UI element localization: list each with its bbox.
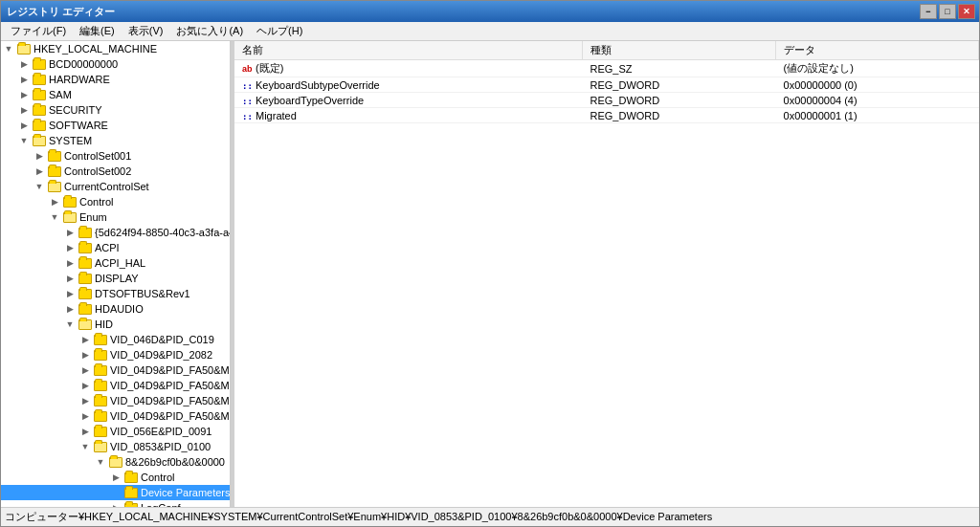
- expand-icon[interactable]: ▶: [62, 225, 78, 240]
- registry-tree[interactable]: ▼HKEY_LOCAL_MACHINE▶BCD00000000▶HARDWARE…: [1, 41, 231, 507]
- node-label: VID_0853&PID_0100: [110, 441, 211, 452]
- expand-icon[interactable]: ▶: [32, 164, 47, 179]
- tree-node-logconf[interactable]: ▶LogConf: [1, 500, 230, 507]
- collapse-icon[interactable]: ▼: [93, 454, 108, 470]
- tree-node-vid046d_c019[interactable]: ▶VID_046D&PID_C019: [1, 332, 230, 347]
- tree-node-hklm[interactable]: ▼HKEY_LOCAL_MACHINE: [1, 41, 230, 56]
- tree-node-currentcontrolset[interactable]: ▼CurrentControlSet: [1, 179, 230, 194]
- tree-node-dtsoftbus[interactable]: ▶DTSOFTBUS&Rev1: [1, 286, 230, 301]
- expand-icon[interactable]: ▶: [78, 378, 93, 393]
- node-label: DISPLAY: [95, 273, 139, 284]
- col-type[interactable]: 種類: [583, 41, 776, 60]
- tree-node-bcd[interactable]: ▶BCD00000000: [1, 56, 230, 72]
- node-label: HARDWARE: [49, 74, 110, 85]
- menu-file[interactable]: ファイル(F): [5, 22, 72, 40]
- minimize-button[interactable]: −: [920, 4, 937, 19]
- folder-icon: [32, 57, 47, 71]
- expand-icon[interactable]: ▶: [62, 286, 78, 301]
- expand-icon[interactable]: ▶: [16, 87, 32, 102]
- expand-icon[interactable]: ▶: [78, 362, 93, 378]
- value-name[interactable]: ab(既定): [234, 60, 583, 77]
- tree-node-acpi_hal[interactable]: ▶ACPI_HAL: [1, 255, 230, 271]
- table-row[interactable]: ::KeyboardTypeOverride REG_DWORD 0x00000…: [234, 93, 979, 108]
- expand-icon[interactable]: ▶: [78, 393, 93, 408]
- tree-node-vid04d9_fa50_mi01[interactable]: ▶VID_04D9&PID_FA50&MI_01: [1, 378, 230, 393]
- tree-node-vid056e_0091[interactable]: ▶VID_056E&PID_0091: [1, 424, 230, 439]
- expand-icon[interactable]: ▶: [108, 470, 123, 485]
- folder-icon: [32, 119, 47, 132]
- col-name[interactable]: 名前: [234, 41, 583, 60]
- node-label: Enum: [79, 211, 107, 223]
- tree-node-controlset001[interactable]: ▶ControlSet001: [1, 148, 230, 164]
- close-button[interactable]: ✕: [958, 4, 975, 19]
- tree-node-controlset002[interactable]: ▶ControlSet002: [1, 164, 230, 179]
- menu-bar: ファイル(F) 編集(E) 表示(V) お気に入り(A) ヘルプ(H): [1, 22, 979, 41]
- expand-icon[interactable]: ▶: [62, 255, 78, 271]
- tree-node-hid[interactable]: ▼HID: [1, 317, 230, 332]
- table-row[interactable]: ab(既定) REG_SZ (値の設定なし): [234, 60, 979, 77]
- tree-node-control[interactable]: ▶Control: [1, 194, 230, 209]
- tree-node-inst8826b9[interactable]: ▼8&26b9cf0b&0&0000: [1, 454, 230, 470]
- tree-node-enum[interactable]: ▼Enum: [1, 209, 230, 225]
- menu-favorites[interactable]: お気に入り(A): [170, 22, 249, 40]
- menu-help[interactable]: ヘルプ(H): [251, 22, 308, 40]
- tree-node-software[interactable]: ▶SOFTWARE: [1, 118, 230, 133]
- expand-icon[interactable]: ▶: [47, 194, 62, 209]
- tree-node-vid04d9_fa50_mi028b[interactable]: ▶VID_04D9&PID_FA50&MI_028: [1, 408, 230, 424]
- tree-node-hardware[interactable]: ▶HARDWARE: [1, 72, 230, 87]
- tree-node-acpi[interactable]: ▶ACPI: [1, 240, 230, 255]
- expand-icon[interactable]: ▶: [62, 301, 78, 317]
- folder-icon: [62, 210, 78, 224]
- table-row[interactable]: ::KeyboardSubtypeOverride REG_DWORD 0x00…: [234, 77, 979, 93]
- tree-node-guid5d[interactable]: ▶{5d624f94-8850-40c3-a3fa-a4fd2...: [1, 225, 230, 240]
- value-type: REG_DWORD: [583, 108, 776, 123]
- expand-icon[interactable]: ▶: [108, 500, 123, 507]
- value-name[interactable]: ::KeyboardTypeOverride: [234, 93, 583, 108]
- expand-icon[interactable]: ▶: [16, 118, 32, 133]
- expand-icon[interactable]: ▶: [78, 347, 93, 362]
- expand-icon[interactable]: ▶: [16, 102, 32, 118]
- value-name[interactable]: ::Migrated: [234, 108, 583, 123]
- tree-node-vid04d9_2082[interactable]: ▶VID_04D9&PID_2082: [1, 347, 230, 362]
- tree-node-hdaudio[interactable]: ▶HDAUDIO: [1, 301, 230, 317]
- node-label: {5d624f94-8850-40c3-a3fa-a4fd2...: [95, 227, 231, 238]
- maximize-button[interactable]: □: [939, 4, 956, 19]
- tree-node-display[interactable]: ▶DISPLAY: [1, 271, 230, 286]
- collapse-icon[interactable]: ▼: [1, 41, 16, 56]
- folder-icon: [93, 409, 108, 423]
- expand-icon[interactable]: ▶: [62, 271, 78, 286]
- collapse-icon[interactable]: ▼: [32, 179, 47, 194]
- node-label: HKEY_LOCAL_MACHINE: [33, 43, 157, 55]
- tree-node-vid0853_0100[interactable]: ▼VID_0853&PID_0100: [1, 439, 230, 454]
- reg-dword-icon: ::: [242, 81, 256, 91]
- folder-icon: [93, 440, 108, 453]
- table-row[interactable]: ::Migrated REG_DWORD 0x00000001 (1): [234, 108, 979, 123]
- reg-sz-icon: ab: [242, 64, 256, 74]
- collapse-icon[interactable]: ▼: [78, 439, 93, 454]
- main-content: ▼HKEY_LOCAL_MACHINE▶BCD00000000▶HARDWARE…: [1, 41, 979, 507]
- expand-icon[interactable]: ▶: [32, 148, 47, 164]
- node-label: HDAUDIO: [95, 303, 144, 315]
- menu-edit[interactable]: 編集(E): [74, 22, 121, 40]
- col-data[interactable]: データ: [776, 41, 979, 60]
- menu-view[interactable]: 表示(V): [122, 22, 169, 40]
- collapse-icon[interactable]: ▼: [16, 133, 32, 148]
- expand-icon[interactable]: ▶: [78, 424, 93, 439]
- value-pane[interactable]: 名前 種類 データ ab(既定) REG_SZ (値の設定なし) ::Keybo…: [234, 41, 979, 507]
- value-name[interactable]: ::KeyboardSubtypeOverride: [234, 77, 583, 93]
- tree-node-sam[interactable]: ▶SAM: [1, 87, 230, 102]
- expand-icon[interactable]: ▶: [62, 240, 78, 255]
- collapse-icon[interactable]: ▼: [62, 317, 78, 332]
- collapse-icon[interactable]: ▼: [47, 209, 62, 225]
- expand-icon[interactable]: ▶: [16, 56, 32, 72]
- tree-node-vid04d9_fa50_mi028a[interactable]: ▶VID_04D9&PID_FA50&MI_028: [1, 393, 230, 408]
- tree-node-vid04d9_fa50_mi00[interactable]: ▶VID_04D9&PID_FA50&MI_00: [1, 362, 230, 378]
- expand-icon[interactable]: ▶: [78, 408, 93, 424]
- expand-icon[interactable]: ▶: [16, 72, 32, 87]
- folder-icon: [123, 486, 139, 499]
- tree-node-control2[interactable]: ▶Control: [1, 470, 230, 485]
- expand-icon[interactable]: ▶: [78, 332, 93, 347]
- tree-node-security[interactable]: ▶SECURITY: [1, 102, 230, 118]
- tree-node-device_params[interactable]: Device Parameters: [1, 485, 230, 500]
- tree-node-system[interactable]: ▼SYSTEM: [1, 133, 230, 148]
